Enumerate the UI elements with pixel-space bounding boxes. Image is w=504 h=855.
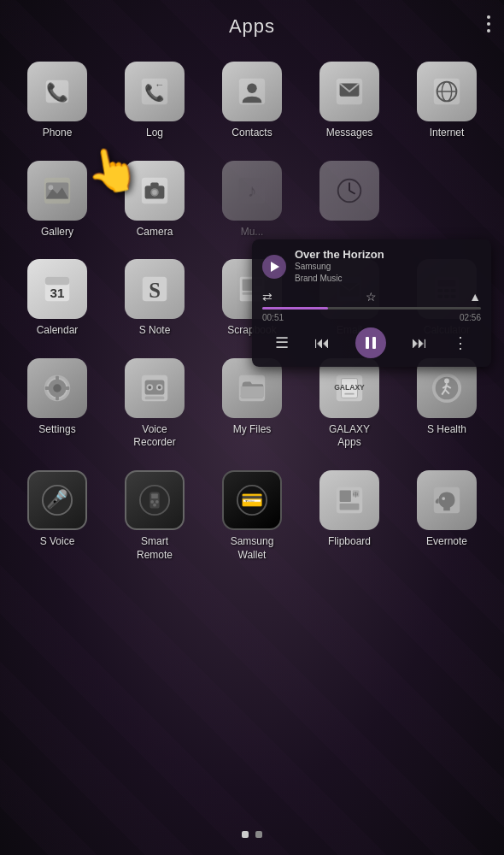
app-smart-remote[interactable]: SmartRemote — [112, 470, 197, 562]
app-phone-label: Phone — [43, 127, 73, 140]
music-pause-button[interactable] — [355, 327, 386, 358]
s-health-icon — [417, 358, 477, 418]
svg-rect-51 — [45, 386, 50, 390]
music-title: Over the Horizon — [295, 248, 481, 261]
app-snote[interactable]: S S Note — [112, 259, 197, 338]
music-time-row: 00:51 02:56 — [262, 313, 481, 322]
messages-icon — [319, 62, 379, 121]
shuffle-icon[interactable]: ⇄ — [262, 290, 273, 304]
svg-point-48 — [53, 384, 62, 392]
app-flipboard[interactable]: 中 Flipboard — [307, 470, 392, 549]
gallery-icon — [27, 161, 87, 221]
svg-point-80 — [153, 504, 156, 507]
app-flipboard-label: Flipboard — [328, 535, 371, 549]
svg-point-56 — [148, 386, 151, 389]
svg-text:GALAXY: GALAXY — [334, 383, 365, 392]
page-indicator — [0, 821, 504, 855]
app-samsung-wallet[interactable]: 💳 SamsungWallet — [209, 470, 295, 562]
app-snote-label: S Note — [139, 324, 171, 338]
calendar-icon-app: 31 — [27, 259, 87, 319]
pause-bar-right — [372, 337, 376, 349]
page-dot-2[interactable] — [255, 831, 262, 838]
phone-icon: 📞 — [27, 62, 87, 121]
evernote-icon-app — [417, 470, 477, 530]
app-messages[interactable]: Messages — [307, 62, 392, 140]
pause-bar-left — [366, 337, 369, 349]
drag-cursor-overlay: 👆 — [81, 141, 142, 199]
app-row-2: Gallery Camera — [9, 154, 495, 253]
apps-grid: 📞 Phone 📞 ← Log — [0, 46, 504, 821]
music-time-total: 02:56 — [460, 313, 481, 322]
app-messages-label: Messages — [326, 127, 373, 140]
app-camera-label: Camera — [137, 226, 173, 239]
svg-rect-64 — [344, 392, 354, 394]
svg-text:♪: ♪ — [248, 180, 256, 199]
app-internet[interactable]: Internet — [404, 62, 489, 140]
app-header: Apps — [0, 0, 504, 46]
app-music-label: Mu... — [241, 226, 264, 239]
svg-point-16 — [49, 185, 54, 190]
app-music[interactable]: ♪ Mu... — [209, 161, 295, 239]
favorite-icon[interactable]: ☆ — [366, 290, 377, 304]
pause-bars-icon — [366, 337, 376, 349]
svg-point-79 — [155, 500, 159, 504]
s-voice-icon: 🎤 — [27, 470, 87, 530]
svg-rect-59 — [145, 396, 165, 399]
app-row-4: Settings VoiceRecorder — [9, 351, 495, 463]
app-log-label: Log — [146, 127, 163, 140]
samsung-wallet-icon: 💳 — [222, 470, 282, 530]
svg-rect-77 — [151, 493, 158, 498]
svg-text:🎤: 🎤 — [46, 488, 69, 510]
app-calendar-label: Calendar — [37, 324, 79, 338]
log-icon: 📞 ← — [125, 62, 185, 121]
app-smart-remote-label: SmartRemote — [137, 535, 173, 562]
music-track-info: Over the Horizon Samsung Brand Music — [262, 248, 481, 285]
app-evernote[interactable]: Evernote — [404, 470, 489, 549]
app-s-voice[interactable]: 🎤 S Voice — [15, 470, 100, 549]
svg-rect-84 — [340, 491, 351, 502]
music-icon: ♪ — [222, 161, 282, 221]
app-clock[interactable] — [307, 161, 392, 226]
queue-icon[interactable]: ⋮ — [453, 333, 468, 352]
svg-point-6 — [247, 84, 256, 93]
app-my-files[interactable]: My Files — [209, 358, 295, 437]
more-options-button[interactable] — [487, 15, 490, 32]
app-calendar[interactable]: 31 Calendar — [15, 259, 100, 338]
galaxy-apps-icon: GALAXY — [319, 358, 379, 418]
app-gallery-label: Gallery — [41, 226, 73, 239]
app-voice-recorder-label: VoiceRecorder — [133, 423, 175, 450]
svg-text:💳: 💳 — [241, 489, 264, 511]
app-settings-label: Settings — [38, 423, 75, 437]
music-progress-fill — [262, 307, 328, 310]
flipboard-icon-app: 中 — [319, 470, 379, 530]
app-contacts[interactable]: Contacts — [209, 62, 295, 140]
app-contacts-label: Contacts — [231, 127, 272, 140]
placeholder-icon — [417, 161, 477, 221]
smart-remote-icon — [125, 470, 185, 530]
svg-rect-50 — [56, 396, 59, 400]
menu-dot-3 — [487, 29, 490, 32]
svg-point-78 — [150, 500, 154, 504]
app-settings[interactable]: Settings — [15, 358, 100, 437]
app-samsung-wallet-label: SamsungWallet — [231, 535, 274, 562]
app-s-health[interactable]: S Health — [404, 358, 489, 437]
svg-rect-86 — [340, 504, 360, 510]
music-time-current: 00:51 — [262, 313, 284, 322]
app-phone[interactable]: 📞 Phone — [15, 62, 100, 140]
app-voice-recorder[interactable]: VoiceRecorder — [112, 358, 197, 450]
app-galaxy-apps[interactable]: GALAXY GALAXYApps — [307, 358, 392, 450]
app-row-5: 🎤 S Voice SmartRemote — [9, 463, 495, 575]
play-triangle-icon — [271, 262, 279, 272]
music-play-button[interactable] — [262, 255, 286, 279]
app-my-files-label: My Files — [233, 423, 272, 437]
snote-icon-app: S — [125, 259, 185, 319]
music-progress-bar[interactable] — [262, 307, 481, 310]
playlist-icon[interactable]: ☰ — [275, 333, 289, 352]
next-track-icon[interactable]: ⏭ — [412, 334, 427, 352]
prev-track-icon[interactable]: ⏮ — [314, 334, 330, 352]
settings-icon-app — [27, 358, 87, 418]
menu-dot-2 — [487, 22, 490, 26]
page-dot-1[interactable] — [242, 831, 249, 838]
app-log[interactable]: 📞 ← Log — [112, 62, 197, 140]
share-icon[interactable]: ▲ — [469, 290, 481, 304]
